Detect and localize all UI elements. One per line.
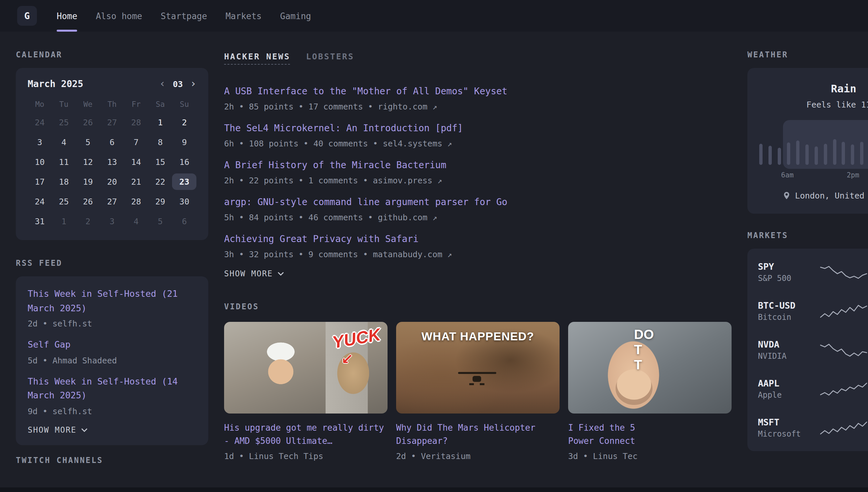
- calendar-day[interactable]: 12: [76, 154, 100, 170]
- story-meta-text: 2h • 22 points • 1 comments • asimov.pre…: [224, 175, 432, 185]
- calendar-day[interactable]: 3: [28, 134, 52, 150]
- calendar-day[interactable]: 5: [148, 213, 172, 229]
- market-row[interactable]: SPY S&P 500 -0.27% $563.98: [758, 253, 868, 292]
- story-title[interactable]: Achieving Great Privacy with Safari: [224, 232, 732, 246]
- video-meta: 1d • Linus Tech Tips: [224, 451, 388, 461]
- calendar-day[interactable]: 28: [124, 114, 148, 130]
- news-tab[interactable]: HACKER NEWS: [224, 51, 290, 65]
- top-navbar: G Home Also home Startpage Markets Gamin…: [0, 0, 868, 32]
- story-title[interactable]: argp: GNU-style command line argument pa…: [224, 195, 732, 209]
- chevron-right-icon[interactable]: ›: [190, 78, 196, 89]
- rss-section-title: RSS FEED: [16, 259, 208, 268]
- nav-tab[interactable]: Home: [57, 0, 77, 32]
- calendar-day[interactable]: 22: [148, 173, 172, 190]
- nav-tab[interactable]: Startpage: [161, 0, 207, 32]
- story-title[interactable]: The SeL4 Microkernel: An Introduction [p…: [224, 121, 732, 135]
- chevron-left-icon[interactable]: ‹: [159, 78, 165, 89]
- story-title[interactable]: A Brief History of the Miracle Bacterium: [224, 158, 732, 172]
- calendar-day[interactable]: 18: [52, 173, 76, 190]
- calendar-day[interactable]: 13: [100, 154, 124, 170]
- video-title[interactable]: His upgrade got me really dirty - AMD $5…: [224, 421, 388, 448]
- nav-tab[interactable]: Markets: [226, 0, 262, 32]
- calendar-day[interactable]: 24: [28, 193, 52, 210]
- calendar-day[interactable]: 4: [52, 134, 76, 150]
- external-link-icon: ↗: [447, 250, 452, 259]
- calendar-day[interactable]: 31: [28, 213, 52, 229]
- calendar-day[interactable]: 28: [124, 193, 148, 210]
- rss-show-more-button[interactable]: SHOW MORE: [28, 425, 196, 435]
- market-identity: BTC-USD Bitcoin: [758, 300, 819, 322]
- calendar-day[interactable]: 27: [100, 114, 124, 130]
- calendar-day[interactable]: 17: [28, 173, 52, 190]
- story-meta: 6h • 108 points • 40 comments • sel4.sys…: [224, 139, 732, 148]
- story-item: A USB Interface to the "Mother of All De…: [224, 84, 732, 112]
- rss-item-title[interactable]: Self Gap: [28, 338, 196, 352]
- market-row[interactable]: BTC-USD Bitcoin +1.39% $84,999.29: [758, 292, 868, 330]
- external-link-icon: ↗: [447, 139, 452, 148]
- nav-tab[interactable]: Gaming: [280, 0, 311, 32]
- calendar-day[interactable]: 19: [76, 173, 100, 190]
- calendar-day[interactable]: 8: [148, 134, 172, 150]
- calendar-weekday-row: MoTuWeThFrSaSu: [28, 100, 196, 109]
- calendar-day[interactable]: 15: [148, 154, 172, 170]
- calendar-day[interactable]: 29: [148, 193, 172, 210]
- calendar-day[interactable]: 1: [148, 114, 172, 130]
- calendar-day[interactable]: 6: [172, 213, 196, 229]
- calendar-day[interactable]: 11: [52, 154, 76, 170]
- market-name: Bitcoin: [758, 313, 819, 322]
- calendar-day[interactable]: 30: [172, 193, 196, 210]
- calendar-day[interactable]: 25: [52, 193, 76, 210]
- calendar-day[interactable]: 9: [172, 134, 196, 150]
- rss-item-title[interactable]: This Week in Self-Hosted (14 March 2025): [28, 375, 196, 403]
- video-card: WHAT HAPPENED? Why Did The Mars Helicopt…: [396, 322, 559, 461]
- calendar-day[interactable]: 27: [100, 193, 124, 210]
- nav-tab[interactable]: Also home: [96, 0, 142, 32]
- nav-tabs: Home Also home Startpage Markets Gaming: [57, 0, 330, 32]
- calendar-day[interactable]: 21: [124, 173, 148, 190]
- calendar-day[interactable]: 23: [172, 173, 196, 190]
- story-title[interactable]: A USB Interface to the "Mother of All De…: [224, 84, 732, 98]
- news-show-more-button[interactable]: SHOW MORE: [224, 269, 732, 278]
- calendar-day[interactable]: 7: [124, 134, 148, 150]
- calendar-page-indicator: 03: [173, 79, 183, 89]
- news-tab[interactable]: LOBSTERS: [306, 51, 354, 62]
- external-link-icon: ↗: [437, 176, 442, 185]
- calendar-day[interactable]: 6: [100, 134, 124, 150]
- weather-feels-like: Feels like 11°C: [806, 100, 868, 109]
- video-thumbnail[interactable]: WHAT HAPPENED?: [396, 322, 559, 414]
- app-logo[interactable]: G: [17, 6, 37, 26]
- calendar-day[interactable]: 26: [76, 114, 100, 130]
- calendar-day[interactable]: 4: [124, 213, 148, 229]
- video-title[interactable]: Why Did The Mars Helicopter Disappear?: [396, 421, 559, 448]
- calendar-day[interactable]: 5: [76, 134, 100, 150]
- calendar-day[interactable]: 10: [28, 154, 52, 170]
- calendar-day[interactable]: 24: [28, 114, 52, 130]
- video-title[interactable]: I Fixed the 5 Power Connect: [568, 421, 732, 448]
- calendar-day[interactable]: 3: [100, 213, 124, 229]
- calendar-day[interactable]: 20: [100, 173, 124, 190]
- calendar-day[interactable]: 25: [52, 114, 76, 130]
- market-identity: NVDA NVIDIA: [758, 339, 819, 361]
- main-content: CALENDAR March 2025 ‹ 03 › MoTuWeThFrSaS…: [0, 32, 868, 465]
- market-row[interactable]: NVDA NVIDIA -0.70% $117.70: [758, 330, 868, 369]
- market-row[interactable]: AAPL Apple +1.95% $218.27: [758, 369, 868, 408]
- video-thumbnail[interactable]: YUCK ↙: [224, 322, 388, 414]
- left-column: CALENDAR March 2025 ‹ 03 › MoTuWeThFrSaS…: [16, 32, 208, 465]
- video-thumbnail[interactable]: DO T T: [568, 322, 732, 414]
- calendar-day[interactable]: 14: [124, 154, 148, 170]
- market-row[interactable]: MSFT Microsoft +1.14% $391.26: [758, 408, 868, 447]
- rss-item-title[interactable]: This Week in Self-Hosted (21 March 2025): [28, 287, 196, 315]
- market-name: Microsoft: [758, 429, 819, 439]
- calendar-day[interactable]: 2: [76, 213, 100, 229]
- rss-item-meta: 2d • selfh.st: [28, 319, 196, 328]
- calendar-day[interactable]: 2: [172, 114, 196, 130]
- calendar-day[interactable]: 16: [172, 154, 196, 170]
- calendar-day[interactable]: 1: [52, 213, 76, 229]
- market-symbol: SPY: [758, 261, 819, 272]
- center-column: HACKER NEWS LOBSTERS A USB Interface to …: [224, 32, 732, 465]
- calendar-day[interactable]: 26: [76, 193, 100, 210]
- rss-item: Self Gap 5d • Ahmad Shadeed: [28, 338, 196, 365]
- story-meta-text: 3h • 32 points • 9 comments • matanabudy…: [224, 249, 442, 259]
- sparkline-chart: [819, 302, 868, 320]
- news-tabs: HACKER NEWS LOBSTERS: [224, 51, 732, 65]
